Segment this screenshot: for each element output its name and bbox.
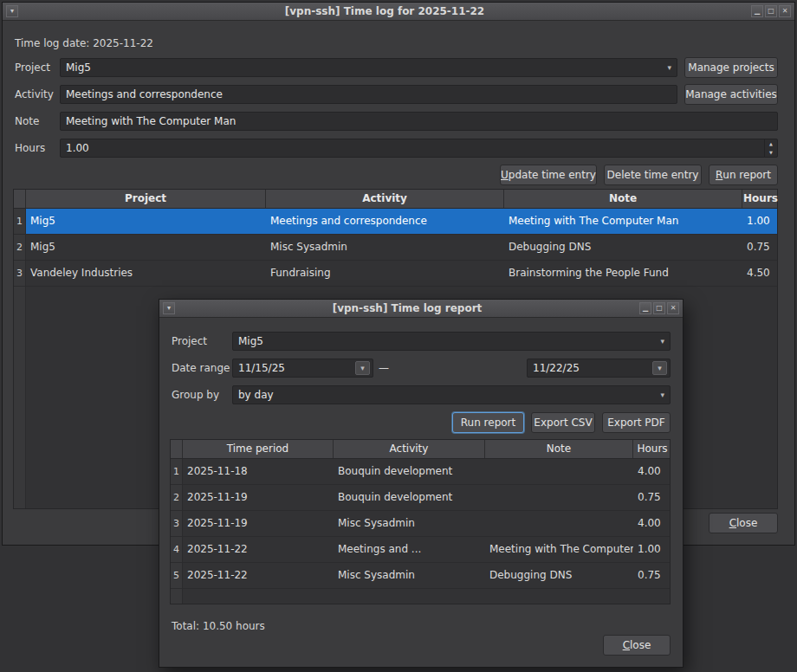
maximize-icon: □ — [768, 8, 774, 15]
hours-spin-buttons: ▲ ▼ — [764, 139, 777, 157]
table-cell[interactable]: Fundraising — [266, 261, 504, 286]
spin-up-icon[interactable]: ▲ — [765, 139, 777, 148]
activity-input[interactable] — [60, 85, 677, 104]
column-header-project[interactable]: Project — [26, 190, 266, 208]
table-cell[interactable]: 1.00 — [633, 537, 670, 562]
dialog-close-button[interactable]: Close — [603, 635, 671, 656]
table-row[interactable]: 1Mig5Meetings and correspondenceMeeting … — [14, 209, 777, 235]
group-by-label: Group by — [172, 385, 219, 404]
table-cell[interactable] — [485, 459, 633, 484]
time-log-date-label: Time log date: 2025-11-22 — [15, 34, 153, 53]
delete-time-entry-button[interactable]: Delete time entry — [604, 165, 702, 185]
manage-projects-button[interactable]: Manage projects — [684, 57, 778, 78]
row-number[interactable]: 2 — [171, 485, 183, 510]
table-row[interactable]: 42025-11-22Meetings and ...Meeting with … — [171, 537, 670, 563]
hours-spinner[interactable]: ▲ ▼ — [60, 139, 778, 158]
table-row[interactable]: 3Vandeley IndustriesFundraisingBrainstor… — [14, 261, 777, 287]
maximize-button[interactable]: □ — [765, 5, 777, 17]
table-cell[interactable]: Meetings and ... — [334, 537, 485, 562]
table-row[interactable]: 32025-11-19Misc Sysadmin4.00 — [171, 511, 670, 537]
table-cell[interactable]: Debugging DNS — [485, 563, 633, 588]
close-icon: ✕ — [671, 305, 677, 312]
row-number[interactable]: 4 — [171, 537, 183, 562]
hours-input[interactable] — [61, 139, 764, 157]
table-cell[interactable]: 4.50 — [742, 261, 777, 286]
manage-activities-button[interactable]: Manage activities — [684, 84, 778, 105]
table-cell[interactable]: 2025-11-19 — [183, 485, 334, 510]
row-number[interactable]: 3 — [14, 261, 26, 286]
export-csv-button[interactable]: Export CSV — [531, 412, 595, 433]
table-cell[interactable]: Brainstorming the People Fund — [504, 261, 742, 286]
minimize-button[interactable]: ▁ — [751, 5, 763, 17]
group-by-select[interactable]: by day ▾ — [232, 385, 671, 404]
dialog-run-report-button[interactable]: Run report — [452, 412, 524, 433]
table-cell[interactable]: Bouquin development — [334, 485, 485, 510]
table-cell[interactable]: Vandeley Industries — [26, 261, 266, 286]
project-select[interactable]: Mig5 ▾ — [60, 58, 677, 77]
minimize-icon: ▁ — [643, 305, 648, 312]
row-number[interactable]: 2 — [14, 235, 26, 260]
table-row[interactable]: 2Mig5Misc SysadminDebugging DNS0.75 — [14, 235, 777, 261]
minimize-button[interactable]: ▁ — [639, 302, 651, 314]
column-header-note[interactable]: Note — [504, 190, 742, 208]
report-project-select-value: Mig5 — [238, 335, 658, 347]
column-header-hours[interactable]: Hours — [633, 440, 671, 458]
table-cell[interactable]: 2025-11-19 — [183, 511, 334, 536]
table-cell[interactable]: Misc Sysadmin — [334, 563, 485, 588]
report-dialog-titlebar[interactable]: ▾ [vpn-ssh] Time log report ▁ □ ✕ — [159, 300, 683, 318]
table-cell[interactable]: Mig5 — [26, 235, 266, 260]
table-cell[interactable]: 1.00 — [742, 209, 777, 234]
table-cell[interactable] — [485, 511, 633, 536]
table-cell[interactable]: 4.00 — [633, 511, 670, 536]
row-number[interactable]: 1 — [171, 459, 183, 484]
report-table-body: 12025-11-18Bouquin development4.0022025-… — [171, 459, 670, 604]
note-input[interactable] — [60, 112, 778, 131]
time-entries-table-header: Project Activity Note Hours — [14, 190, 777, 209]
row-number[interactable]: 1 — [14, 209, 26, 234]
table-cell[interactable]: Meetings and correspondence — [266, 209, 504, 234]
column-header-time-period[interactable]: Time period — [183, 440, 334, 458]
table-cell[interactable]: Bouquin development — [334, 459, 485, 484]
update-time-entry-button[interactable]: Update time entry — [500, 165, 597, 185]
row-number[interactable]: 5 — [171, 563, 183, 588]
table-cell[interactable]: Misc Sysadmin — [334, 511, 485, 536]
window-menu-button[interactable]: ▾ — [6, 5, 18, 17]
table-row[interactable]: 12025-11-18Bouquin development4.00 — [171, 459, 670, 485]
main-close-button[interactable]: Close — [709, 513, 778, 533]
report-project-select[interactable]: Mig5 ▾ — [232, 332, 671, 351]
row-number-header — [14, 190, 26, 208]
date-to-select[interactable]: 11/22/25 ▾ — [527, 359, 671, 378]
table-cell[interactable]: 2025-11-18 — [183, 459, 334, 484]
export-pdf-button[interactable]: Export PDF — [602, 412, 671, 433]
spin-down-icon[interactable]: ▼ — [765, 148, 777, 157]
window-close-button[interactable]: ✕ — [779, 5, 791, 17]
column-header-activity[interactable]: Activity — [334, 440, 485, 458]
window-close-button[interactable]: ✕ — [667, 302, 679, 314]
run-report-button[interactable]: Run report — [709, 165, 778, 185]
table-cell[interactable]: 0.75 — [742, 235, 777, 260]
column-header-activity[interactable]: Activity — [266, 190, 504, 208]
table-cell[interactable]: 0.75 — [633, 485, 670, 510]
table-cell[interactable]: Meeting with The Computer... — [485, 537, 633, 562]
maximize-button[interactable]: □ — [653, 302, 665, 314]
table-cell[interactable]: 2025-11-22 — [183, 563, 334, 588]
window-menu-button[interactable]: ▾ — [163, 302, 175, 314]
table-cell[interactable]: Mig5 — [26, 209, 266, 234]
table-cell[interactable]: 4.00 — [633, 459, 670, 484]
main-titlebar[interactable]: ▾ [vpn-ssh] Time log for 2025-11-22 ▁ □ … — [3, 3, 794, 21]
column-header-hours[interactable]: Hours — [742, 190, 779, 208]
table-cell[interactable]: 2025-11-22 — [183, 537, 334, 562]
table-cell[interactable]: Misc Sysadmin — [266, 235, 504, 260]
chevron-down-icon: ▾ — [658, 338, 667, 346]
table-cell[interactable]: 0.75 — [633, 563, 670, 588]
table-row[interactable]: 52025-11-22Misc SysadminDebugging DNS0.7… — [171, 563, 670, 589]
minimize-icon: ▁ — [755, 8, 760, 15]
table-cell[interactable]: Meeting with The Computer Man — [504, 209, 742, 234]
row-number[interactable]: 3 — [171, 511, 183, 536]
note-label: Note — [15, 112, 39, 131]
column-header-note[interactable]: Note — [485, 440, 633, 458]
table-cell[interactable]: Debugging DNS — [504, 235, 742, 260]
table-row[interactable]: 22025-11-19Bouquin development0.75 — [171, 485, 670, 511]
table-cell[interactable] — [485, 485, 633, 510]
date-from-select[interactable]: 11/15/25 ▾ — [232, 359, 373, 378]
